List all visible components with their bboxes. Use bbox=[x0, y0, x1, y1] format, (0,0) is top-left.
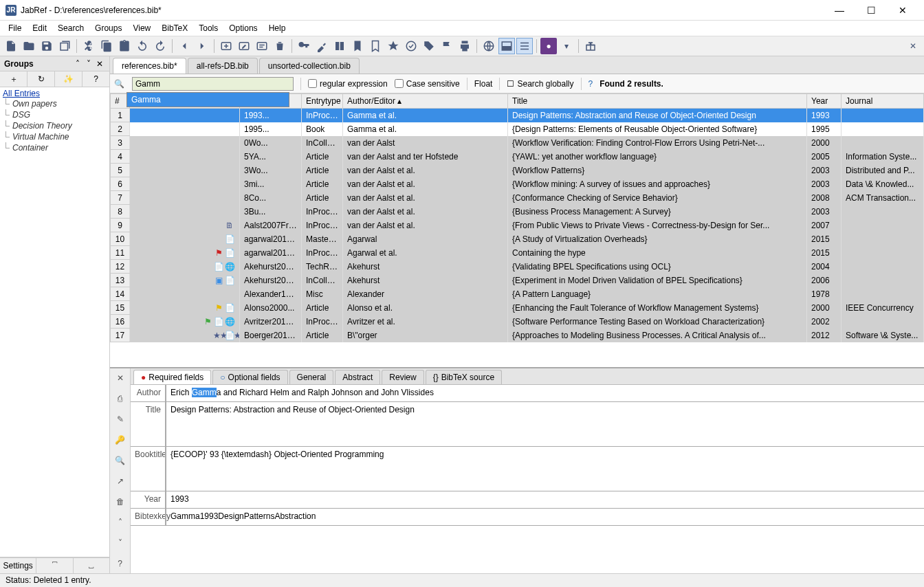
col-header-year[interactable]: Year bbox=[807, 94, 842, 109]
menu-groups[interactable]: Groups bbox=[89, 22, 127, 34]
menu-tools[interactable]: Tools bbox=[193, 22, 223, 34]
forward-icon[interactable] bbox=[194, 38, 210, 54]
new-entry-icon[interactable] bbox=[218, 38, 234, 54]
groups-root[interactable]: All Entries bbox=[3, 89, 107, 98]
group-node[interactable]: DSG bbox=[3, 109, 107, 120]
search-input[interactable] bbox=[132, 77, 294, 91]
groups-settings-button[interactable]: Settings bbox=[0, 558, 36, 573]
editor-type-icon[interactable]: ⎙ bbox=[113, 392, 127, 406]
group-node[interactable]: Own papers bbox=[3, 98, 107, 109]
search-case-option[interactable]: Case sensitive bbox=[395, 79, 460, 89]
groups-close-icon[interactable]: ✕ bbox=[94, 59, 105, 69]
cut-icon[interactable] bbox=[80, 38, 97, 54]
table-row[interactable]: 10📄agarwal2015...MastersT...Agarwal{A St… bbox=[111, 232, 924, 246]
field-value-booktitle[interactable]: {ECOOP}' 93 {\textemdash} Object-Oriente… bbox=[165, 447, 924, 491]
groups-tree[interactable]: All Entries Own papers DSG Decision Theo… bbox=[0, 87, 109, 557]
editor-pencil-icon[interactable]: ✎ bbox=[113, 412, 127, 426]
field-value-author[interactable]: Erich Gamma and Richard Helm and Ralph J… bbox=[165, 385, 924, 401]
editor-tab-review[interactable]: Review bbox=[382, 370, 424, 384]
bookmark-icon[interactable] bbox=[349, 38, 366, 54]
redo-icon[interactable] bbox=[152, 38, 168, 54]
editor-tab-required[interactable]: ●Required fields bbox=[133, 370, 211, 384]
table-row[interactable]: 11993...InProcee...Gamma et al.Design Pa… bbox=[111, 109, 924, 122]
menu-view[interactable]: View bbox=[127, 22, 156, 34]
col-header-author[interactable]: Author/Editor ▴ bbox=[343, 94, 508, 109]
editor-close-icon[interactable]: ✕ bbox=[113, 371, 127, 385]
check-icon[interactable] bbox=[403, 38, 419, 54]
open-icon[interactable] bbox=[21, 38, 37, 54]
tab-references[interactable]: references.bib* bbox=[113, 58, 186, 74]
bookmark-outline-icon[interactable] bbox=[367, 38, 384, 54]
table-row[interactable]: 53Wo...Articlevan der Aalst et al.{Workf… bbox=[111, 164, 924, 177]
menu-edit[interactable]: Edit bbox=[27, 22, 52, 34]
globe-icon[interactable] bbox=[481, 38, 497, 54]
group-node[interactable]: Decision Theory bbox=[3, 120, 107, 131]
editor-help-icon[interactable]: ? bbox=[113, 557, 127, 571]
app-badge-icon[interactable]: ● bbox=[540, 38, 557, 54]
table-row[interactable]: 63mi...Articlevan der Aalst et al.{Workf… bbox=[111, 177, 924, 191]
group-node[interactable]: Container bbox=[3, 142, 107, 153]
table-row[interactable]: 30Wo...InCollecti...van der Aalst{Workfl… bbox=[111, 136, 924, 150]
undo-icon[interactable] bbox=[134, 38, 151, 54]
groups-help-button[interactable]: ? bbox=[82, 71, 109, 87]
groups-down-button[interactable]: ⎵ bbox=[74, 558, 109, 573]
back-icon[interactable] bbox=[176, 38, 192, 54]
editor-search-icon[interactable]: 🔍 bbox=[113, 454, 127, 467]
maximize-button[interactable]: ☐ bbox=[855, 0, 887, 21]
search-global-option[interactable]: ☐ Search globally bbox=[507, 79, 573, 89]
search-float-button[interactable]: Float bbox=[474, 79, 493, 89]
cleanup-icon[interactable] bbox=[314, 38, 330, 54]
flag-icon[interactable] bbox=[439, 38, 455, 54]
chevron-down-icon[interactable]: ▾ bbox=[558, 38, 575, 54]
field-value-bibtexkey[interactable]: Gamma1993DesignPatternsAbstraction bbox=[165, 509, 924, 525]
table-row[interactable]: 16⚑📄🌐Avritzer2012...InProcee...Avritzer … bbox=[111, 315, 924, 329]
new-icon[interactable] bbox=[3, 38, 19, 54]
gift-icon[interactable] bbox=[582, 38, 599, 54]
panel-preview-icon[interactable] bbox=[498, 38, 515, 54]
toolbar-close-icon[interactable]: ✕ bbox=[905, 38, 921, 54]
panel-list-icon[interactable] bbox=[516, 38, 533, 54]
tag-icon[interactable] bbox=[421, 38, 437, 54]
menu-options[interactable]: Options bbox=[223, 22, 263, 34]
groups-refresh-button[interactable]: ↻ bbox=[28, 71, 55, 87]
delete-icon[interactable] bbox=[272, 38, 288, 54]
table-row[interactable]: 11⚑📄agarwal2015...InProcee...Agarwal et … bbox=[111, 246, 924, 260]
groups-collapse-icon[interactable]: ˄ bbox=[72, 59, 83, 69]
groups-expand-icon[interactable]: ˅ bbox=[83, 59, 94, 69]
save-all-icon[interactable] bbox=[56, 38, 73, 54]
print-icon[interactable] bbox=[456, 38, 473, 54]
editor-link-icon[interactable]: ↗ bbox=[113, 474, 127, 488]
tab-unsorted[interactable]: unsorted-collection.bib bbox=[259, 58, 360, 74]
key-icon[interactable] bbox=[296, 38, 312, 54]
table-row[interactable]: 21995...BookGamma et al.{Design Patterns… bbox=[111, 122, 924, 136]
table-row[interactable]: 83Bu...InProcee...van der Aalst et al.{B… bbox=[111, 205, 924, 219]
editor-tab-source[interactable]: {}BibTeX source bbox=[426, 370, 502, 384]
table-row[interactable]: 14Alexander19...MiscAlexander{A Pattern … bbox=[111, 287, 924, 301]
paste-icon[interactable] bbox=[116, 38, 133, 54]
table-row[interactable]: 15⚑📄Alonso2000...ArticleAlonso et al.{En… bbox=[111, 301, 924, 315]
edit-entry-icon[interactable] bbox=[236, 38, 252, 54]
menu-help[interactable]: Help bbox=[263, 22, 292, 34]
col-header-entrytype[interactable]: Entrytype bbox=[302, 94, 343, 109]
book-icon[interactable] bbox=[331, 38, 348, 54]
field-value-year[interactable]: 1993 bbox=[165, 491, 924, 508]
entry-text-icon[interactable] bbox=[254, 38, 270, 54]
groups-add-button[interactable]: ＋ bbox=[0, 71, 28, 87]
col-header-title[interactable]: Title bbox=[508, 94, 807, 109]
group-node[interactable]: Virtual Machine bbox=[3, 131, 107, 142]
copy-icon[interactable] bbox=[98, 38, 115, 54]
minimize-button[interactable]: — bbox=[824, 0, 855, 21]
field-value-title[interactable]: Design Patterns: Abstraction and Reuse o… bbox=[165, 402, 924, 446]
groups-auto-button[interactable]: ✨ bbox=[55, 71, 82, 87]
search-regex-option[interactable]: regular expression bbox=[308, 79, 388, 89]
editor-up-icon[interactable]: ˄ bbox=[113, 516, 127, 529]
table-row[interactable]: 12📄🌐Akehurst200...TechRep...Akehurst{Val… bbox=[111, 260, 924, 274]
table-row[interactable]: 13▣📄Akehurst200...InCollecti...Akehurst{… bbox=[111, 274, 924, 287]
col-header-journal[interactable]: Journal bbox=[842, 94, 924, 109]
menu-search[interactable]: Search bbox=[52, 22, 89, 34]
editor-tab-optional[interactable]: ○Optional fields bbox=[212, 370, 287, 384]
menu-file[interactable]: File bbox=[3, 22, 27, 34]
autocomplete-item[interactable]: Gamma bbox=[127, 93, 289, 107]
table-row[interactable]: 9🗎Aalst2007Fro...InProcee...van der Aals… bbox=[111, 219, 924, 232]
editor-key-icon[interactable]: 🔑 bbox=[113, 433, 127, 447]
